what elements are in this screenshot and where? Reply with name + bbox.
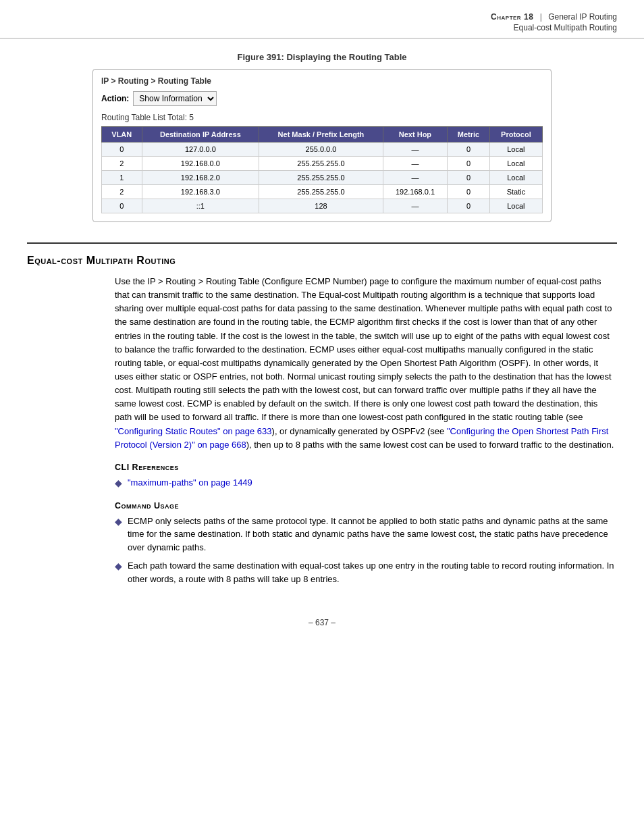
table-header-row: VLAN Destination IP Address Net Mask / P… bbox=[102, 127, 543, 142]
main-content: Figure 391: Displaying the Routing Table… bbox=[0, 38, 644, 604]
figure-title: Figure 391: Displaying the Routing Table bbox=[27, 52, 617, 62]
cell-vlan: 2 bbox=[102, 157, 142, 171]
cell-metric: 0 bbox=[448, 185, 490, 199]
cell-mask: 128 bbox=[259, 199, 383, 213]
body-text: Use the IP > Routing > Routing Table (Co… bbox=[115, 275, 617, 452]
cell-protocol: Local bbox=[489, 142, 542, 157]
action-row: Action: Show Information bbox=[101, 91, 543, 106]
cell-dest: 127.0.0.0 bbox=[142, 142, 259, 157]
cell-vlan: 2 bbox=[102, 185, 142, 199]
col-metric: Metric bbox=[448, 127, 490, 142]
col-protocol: Protocol bbox=[489, 127, 542, 142]
bullet-diamond-icon: ◆ bbox=[115, 515, 122, 529]
bullet-text: ECMP only selects paths of the same prot… bbox=[128, 515, 617, 554]
cell-dest: 192.168.2.0 bbox=[142, 171, 259, 185]
cell-dest: 192.168.0.0 bbox=[142, 157, 259, 171]
cell-metric: 0 bbox=[448, 142, 490, 157]
table-row: 0127.0.0.0255.0.0.0—0Local bbox=[102, 142, 543, 157]
routing-table-box: IP > Routing > Routing Table Action: Sho… bbox=[92, 69, 552, 222]
bullet-diamond-icon: ◆ bbox=[115, 559, 122, 573]
bullet-text: Each path toward the same destination wi… bbox=[128, 559, 617, 585]
breadcrumb: IP > Routing > Routing Table bbox=[101, 76, 543, 86]
cell-metric: 0 bbox=[448, 157, 490, 171]
cell-nexthop: — bbox=[383, 171, 447, 185]
action-select[interactable]: Show Information bbox=[133, 91, 217, 106]
cell-nexthop: — bbox=[383, 199, 447, 213]
page-number: – 637 – bbox=[0, 604, 644, 634]
cell-protocol: Local bbox=[489, 171, 542, 185]
table-list-label: Routing Table List Total: 5 bbox=[101, 113, 543, 122]
cell-protocol: Local bbox=[489, 199, 542, 213]
col-vlan: VLAN bbox=[102, 127, 142, 142]
command-usage-heading: Command Usage bbox=[115, 501, 617, 511]
col-dest-ip: Destination IP Address bbox=[142, 127, 259, 142]
table-row: 0::1128—0Local bbox=[102, 199, 543, 213]
cell-protocol: Static bbox=[489, 185, 542, 199]
cli-references-list: ◆"maximum-paths" on page 1449 bbox=[115, 476, 617, 490]
cell-vlan: 0 bbox=[102, 142, 142, 157]
link-static-routes[interactable]: "Configuring Static Routes" on page 633 bbox=[115, 426, 272, 436]
action-label: Action: bbox=[101, 94, 129, 103]
bullet-diamond-icon: ◆ bbox=[115, 476, 122, 490]
cell-vlan: 1 bbox=[102, 171, 142, 185]
cell-protocol: Local bbox=[489, 157, 542, 171]
page: Chapter 18 | General IP Routing Equal-co… bbox=[0, 0, 644, 834]
page-header: Chapter 18 | General IP Routing Equal-co… bbox=[0, 0, 644, 38]
section-divider bbox=[27, 242, 617, 244]
chapter-title: General IP Routing bbox=[548, 12, 617, 22]
header-separator: | bbox=[540, 12, 542, 22]
section-heading: Equal-cost Multipath Routing bbox=[27, 255, 617, 267]
list-item: ◆ECMP only selects paths of the same pro… bbox=[115, 515, 617, 554]
chapter-label: Chapter 18 bbox=[491, 12, 533, 22]
cell-mask: 255.255.255.0 bbox=[259, 185, 383, 199]
cell-vlan: 0 bbox=[102, 199, 142, 213]
cell-metric: 0 bbox=[448, 199, 490, 213]
cell-mask: 255.255.255.0 bbox=[259, 171, 383, 185]
list-item: ◆Each path toward the same destination w… bbox=[115, 559, 617, 585]
cell-nexthop: 192.168.0.1 bbox=[383, 185, 447, 199]
command-usage-list: ◆ECMP only selects paths of the same pro… bbox=[115, 515, 617, 586]
table-row: 1192.168.2.0255.255.255.0—0Local bbox=[102, 171, 543, 185]
table-row: 2192.168.3.0255.255.255.0192.168.0.10Sta… bbox=[102, 185, 543, 199]
cli-reference-link[interactable]: "maximum-paths" on page 1449 bbox=[128, 476, 252, 490]
col-nexthop: Next Hop bbox=[383, 127, 447, 142]
cell-nexthop: — bbox=[383, 157, 447, 171]
cell-nexthop: — bbox=[383, 142, 447, 157]
routing-table: VLAN Destination IP Address Net Mask / P… bbox=[101, 126, 543, 213]
header-sub-title: Equal-cost Multipath Routing bbox=[27, 23, 617, 32]
cell-metric: 0 bbox=[448, 171, 490, 185]
cli-references-heading: CLI References bbox=[115, 463, 617, 472]
cell-dest: ::1 bbox=[142, 199, 259, 213]
cell-mask: 255.0.0.0 bbox=[259, 142, 383, 157]
cell-mask: 255.255.255.0 bbox=[259, 157, 383, 171]
table-row: 2192.168.0.0255.255.255.0—0Local bbox=[102, 157, 543, 171]
col-netmask: Net Mask / Prefix Length bbox=[259, 127, 383, 142]
cli-reference-item: ◆"maximum-paths" on page 1449 bbox=[115, 476, 617, 490]
cell-dest: 192.168.3.0 bbox=[142, 185, 259, 199]
